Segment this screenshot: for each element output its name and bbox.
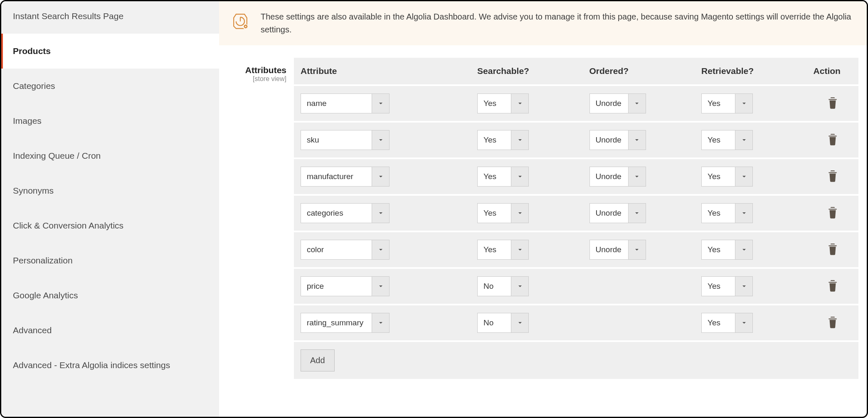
delete-button[interactable] [827, 279, 838, 294]
chevron-down-icon [735, 204, 752, 223]
searchable-select-value: Yes [478, 130, 511, 150]
ordered-select[interactable]: Unorde [589, 167, 646, 187]
searchable-select[interactable]: No [477, 276, 529, 296]
chevron-down-icon [735, 240, 752, 259]
chevron-down-icon [511, 240, 528, 259]
attribute-select[interactable]: price [301, 276, 390, 296]
attribute-select[interactable]: name [301, 93, 390, 113]
chevron-down-icon [628, 130, 646, 150]
retrievable-select[interactable]: Yes [701, 313, 753, 333]
delete-button[interactable] [827, 316, 838, 330]
table-add-row: Add [294, 341, 858, 379]
searchable-select-value: Yes [478, 204, 511, 223]
retrievable-select-value: Yes [702, 313, 735, 332]
algolia-settings-icon [231, 11, 250, 30]
attribute-select[interactable]: rating_summary [301, 313, 390, 333]
retrievable-select[interactable]: Yes [701, 240, 753, 260]
attribute-select[interactable]: sku [301, 130, 390, 150]
attribute-select[interactable]: manufacturer [301, 167, 390, 187]
table-row: colorYesUnordeYes [294, 231, 858, 268]
chevron-down-icon [511, 204, 528, 223]
chevron-down-icon [372, 94, 389, 113]
searchable-select[interactable]: Yes [477, 167, 529, 187]
attribute-select-value: categories [301, 204, 372, 223]
svg-point-1 [245, 26, 246, 27]
trash-icon [827, 133, 838, 148]
delete-button[interactable] [827, 133, 838, 148]
ordered-select[interactable]: Unorde [589, 130, 646, 150]
ordered-select-value: Unorde [590, 94, 628, 113]
attribute-select-value: manufacturer [301, 167, 372, 186]
chevron-down-icon [735, 313, 752, 332]
col-header-attribute: Attribute [294, 58, 471, 85]
retrievable-select[interactable]: Yes [701, 167, 753, 187]
attribute-select[interactable]: color [301, 240, 390, 260]
sidebar-item-categories[interactable]: Categories [1, 69, 219, 103]
attribute-select-value: color [301, 240, 372, 259]
table-row: categoriesYesUnordeYes [294, 195, 858, 231]
trash-icon [827, 243, 838, 257]
delete-button[interactable] [827, 243, 838, 257]
attribute-select-value: price [301, 277, 372, 296]
chevron-down-icon [372, 277, 389, 296]
chevron-down-icon [511, 167, 528, 186]
ordered-select[interactable]: Unorde [589, 203, 646, 223]
trash-icon [827, 316, 838, 330]
searchable-select[interactable]: No [477, 313, 529, 333]
chevron-down-icon [372, 313, 389, 332]
col-header-retrievable: Retrievable? [695, 58, 807, 85]
retrievable-select-value: Yes [702, 130, 735, 150]
field-label-block: Attributes [store view] [219, 58, 294, 83]
retrievable-select[interactable]: Yes [701, 276, 753, 296]
ordered-select-value: Unorde [590, 167, 628, 186]
retrievable-select[interactable]: Yes [701, 203, 753, 223]
sidebar-item-personalization[interactable]: Personalization [1, 243, 219, 278]
chevron-down-icon [735, 167, 752, 186]
sidebar-item-click-conversion-analytics[interactable]: Click & Conversion Analytics [1, 208, 219, 243]
notice-banner: These settings are also available in the… [219, 1, 867, 45]
ordered-select[interactable]: Unorde [589, 93, 646, 113]
searchable-select[interactable]: Yes [477, 93, 529, 113]
delete-button[interactable] [827, 170, 838, 184]
attribute-select-value: name [301, 94, 372, 113]
ordered-select[interactable]: Unorde [589, 240, 646, 260]
sidebar-item-advanced-extra-algolia-indices-settings[interactable]: Advanced - Extra Algolia indices setting… [1, 348, 219, 383]
chevron-down-icon [511, 94, 528, 113]
table-row: rating_summaryNoYes [294, 305, 858, 341]
col-header-searchable: Searchable? [471, 58, 583, 85]
searchable-select[interactable]: Yes [477, 203, 529, 223]
field-label: Attributes [219, 65, 286, 75]
sidebar-item-instant-search-results-page[interactable]: Instant Search Results Page [1, 1, 219, 34]
searchable-select-value: Yes [478, 94, 511, 113]
searchable-select[interactable]: Yes [477, 130, 529, 150]
retrievable-select[interactable]: Yes [701, 130, 753, 150]
sidebar-item-advanced[interactable]: Advanced [1, 313, 219, 348]
chevron-down-icon [511, 313, 528, 332]
chevron-down-icon [372, 130, 389, 150]
retrievable-select-value: Yes [702, 240, 735, 259]
searchable-select-value: Yes [478, 167, 511, 186]
sidebar-item-indexing-queue-cron[interactable]: Indexing Queue / Cron [1, 138, 219, 173]
sidebar-item-google-analytics[interactable]: Google Analytics [1, 278, 219, 313]
sidebar-item-products[interactable]: Products [1, 34, 219, 69]
table-row: priceNoYes [294, 268, 858, 305]
table-row: skuYesUnordeYes [294, 122, 858, 158]
searchable-select[interactable]: Yes [477, 240, 529, 260]
table-row: nameYesUnordeYes [294, 85, 858, 122]
chevron-down-icon [735, 94, 752, 113]
chevron-down-icon [372, 240, 389, 259]
ordered-select-value: Unorde [590, 240, 628, 259]
retrievable-select[interactable]: Yes [701, 93, 753, 113]
chevron-down-icon [628, 240, 646, 259]
retrievable-select-value: Yes [702, 94, 735, 113]
searchable-select-value: No [478, 277, 511, 296]
delete-button[interactable] [827, 96, 838, 111]
ordered-select-value: Unorde [590, 130, 628, 150]
add-button[interactable]: Add [301, 349, 335, 371]
sidebar-item-synonyms[interactable]: Synonyms [1, 173, 219, 208]
delete-button[interactable] [827, 206, 838, 221]
searchable-select-value: No [478, 313, 511, 332]
notice-text: These settings are also available in the… [261, 10, 853, 36]
attribute-select[interactable]: categories [301, 203, 390, 223]
sidebar-item-images[interactable]: Images [1, 103, 219, 138]
